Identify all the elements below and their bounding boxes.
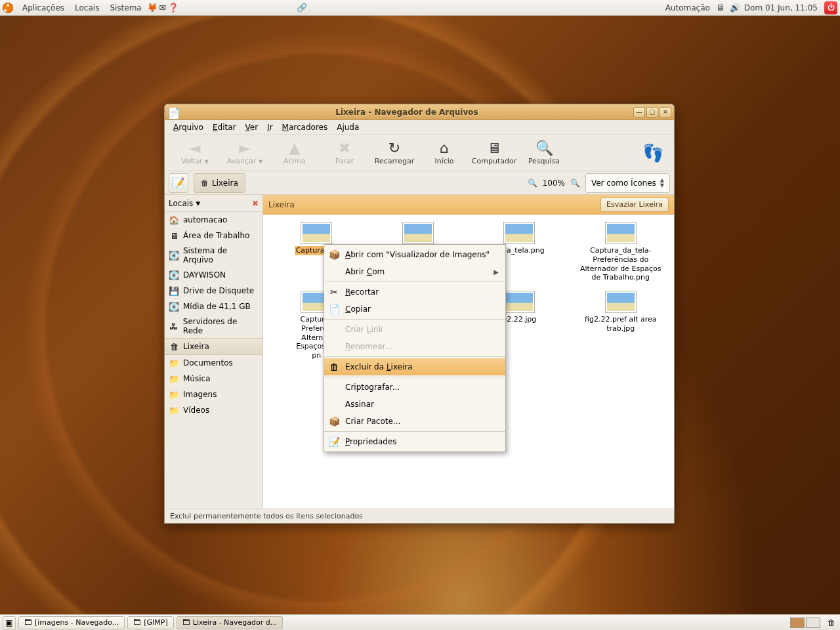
image-thumb-icon [403, 222, 433, 243]
ctx-abrir-com-visualizador-de-imagens[interactable]: 📦Abrir com "Visualizador de Imagens" [324, 246, 505, 263]
spinner-icon: ▲▼ [660, 178, 664, 188]
início-icon: ⌂ [440, 140, 449, 156]
automation-applet[interactable]: Automação [660, 3, 715, 12]
ctx-item-label: Criptografar... [345, 383, 400, 392]
tool-computador[interactable]: 🖥Computador [469, 140, 519, 165]
view-mode-select[interactable]: Ver como Ícones ▲▼ [585, 173, 670, 193]
menu-arquivo[interactable]: Arquivo [169, 123, 208, 132]
sidebar-item-label: Vídeos [183, 406, 209, 415]
trash-applet-icon[interactable]: 🗑 [826, 617, 837, 629]
image-thumb-icon [504, 291, 534, 312]
empty-trash-button[interactable]: Esvaziar Lixeira [600, 198, 669, 212]
gnome-foot-icon[interactable]: 👣 [642, 143, 669, 163]
tool-início[interactable]: ⌂Início [419, 140, 469, 165]
sidebar-item-lixeira[interactable]: 🗑Lixeira [165, 338, 262, 355]
ctx-assinar[interactable]: Assinar [324, 396, 505, 413]
zoom-in-icon[interactable]: 🔍 [570, 178, 580, 188]
sidebar-item-label: Sistema de Arquivo [183, 246, 259, 264]
maximize-button[interactable]: ▢ [646, 107, 658, 117]
taskbar-item[interactable]: 🗔[imagens - Navegado... [18, 616, 125, 629]
sidebar-item-m-sica[interactable]: 📁Música [165, 371, 262, 387]
sidebar-title: Locais [169, 199, 193, 208]
menu-marcadores[interactable]: Marcadores [278, 123, 333, 132]
place-icon: 💽 [169, 301, 179, 312]
sidebar-item-automacao[interactable]: 🏠automacao [165, 212, 262, 228]
ctx-item-label: Propriedades [345, 437, 397, 446]
sidebar-item--rea-de-trabalho[interactable]: 🖥Área de Trabalho [165, 228, 262, 243]
ctx-item-icon: 📝 [328, 436, 340, 447]
tool-pesquisa[interactable]: 🔍Pesquisa [519, 140, 569, 165]
ctx-excluir-da-lixeira[interactable]: 🗑Excluir da Lixeira [324, 358, 505, 375]
help-icon[interactable]: ❓ [168, 3, 178, 13]
menu-editar[interactable]: Editar [208, 123, 241, 132]
link-icon[interactable]: 🔗 [297, 3, 307, 13]
location-chip[interactable]: 🗑 Lixeira [194, 173, 245, 193]
titlebar[interactable]: 📄 Lixeira - Navegador de Arquivos — ▢ ✕ [165, 104, 674, 120]
sidebar-item-servidores-de-rede[interactable]: 🖧Servidores de Rede [165, 314, 262, 338]
display-icon[interactable]: 🖥 [715, 3, 726, 13]
sidebar-item-documentos[interactable]: 📁Documentos [165, 355, 262, 371]
sidebar-item-sistema-de-arquivo[interactable]: 💽Sistema de Arquivo [165, 243, 262, 267]
zoom-level: 100% [543, 178, 565, 188]
menu-ir[interactable]: Ir [262, 123, 277, 132]
tool-recarregar[interactable]: ↻Recarregar [369, 140, 419, 165]
tool-label: Parar [335, 157, 354, 165]
workspace-1[interactable] [790, 618, 805, 628]
zoom-out-icon[interactable]: 🔍 [528, 178, 537, 188]
show-desktop-button[interactable]: ▣ [3, 616, 16, 629]
close-button[interactable]: ✕ [660, 107, 671, 117]
ctx-criar-link: Criar Link [324, 321, 505, 338]
volume-icon[interactable]: 🔊 [730, 3, 740, 13]
tool-label: Início [434, 157, 453, 165]
ctx-criptografar[interactable]: Criptografar... [324, 379, 505, 396]
ctx-item-label: Abrir Com [345, 267, 385, 276]
ctx-criar-pacote[interactable]: 📦Criar Pacote... [324, 413, 505, 430]
taskbar-item-label: [GIMP] [144, 618, 167, 627]
view-mode-label: Ver como Ícones [591, 178, 656, 188]
ctx-recortar[interactable]: ✂Recortar [324, 284, 505, 301]
taskbar-item[interactable]: 🗔Lixeira - Navegador d... [177, 616, 284, 629]
menu-ajuda[interactable]: Ajuda [332, 123, 364, 132]
sidebar-item-label: Documentos [183, 358, 233, 368]
taskbar-item-label: Lixeira - Navegador d... [193, 618, 278, 627]
ctx-item-label: Criar Link [345, 325, 383, 334]
clock[interactable]: Dom 01 Jun, 11:05 [744, 3, 818, 12]
menu-ver[interactable]: Ver [241, 123, 263, 132]
sidebar-item-m-dia-de-41-1-gb[interactable]: 💽Mídia de 41,1 GB [165, 299, 262, 314]
mail-icon[interactable]: ✉ [158, 3, 168, 13]
place-icon: 💽 [169, 250, 179, 261]
ubuntu-logo-icon[interactable] [3, 3, 13, 13]
shutdown-button[interactable]: ⏻ [824, 1, 837, 14]
workspace-2[interactable] [806, 618, 820, 628]
firefox-icon[interactable]: 🦊 [147, 3, 158, 13]
file-item[interactable]: Captura_da_tela-Preferências do Alternad… [570, 220, 672, 285]
sidebar-item-label: Lixeira [183, 342, 209, 351]
taskbar-item[interactable]: 🗔[GIMP] [127, 616, 173, 629]
panel-menu-locais[interactable]: Locais [70, 3, 104, 12]
ctx-propriedades[interactable]: 📝Propriedades [324, 433, 505, 450]
minimize-button[interactable]: — [633, 107, 645, 117]
image-thumb-icon [606, 291, 636, 312]
ctx-copiar[interactable]: 📄Copiar [324, 301, 505, 318]
ctx-abrir-com[interactable]: Abrir Com▶ [324, 263, 505, 280]
edit-location-button[interactable]: 📝 [169, 173, 188, 193]
places-sidebar: Locais ▼ ✖ 🏠automacao🖥Área de Trabalho💽S… [165, 195, 263, 509]
menu-separator [324, 319, 505, 320]
tool-parar: ✖Parar [320, 140, 369, 165]
ctx-item-icon: 📦 [328, 416, 340, 427]
ctx-item-icon: 📄 [328, 304, 340, 314]
panel-menu-sistema[interactable]: Sistema [104, 3, 146, 12]
sidebar-item-drive-de-disquete[interactable]: 💾Drive de Disquete [165, 283, 262, 299]
sidebar-item-imagens[interactable]: 📁Imagens [165, 387, 262, 402]
sidebar-item-v-deos[interactable]: 📁Vídeos [165, 402, 262, 418]
taskbar-item-icon: 🗔 [24, 618, 32, 627]
file-item[interactable]: fig2.22.pref alt area trab.jpg [570, 289, 672, 363]
workspace-switcher[interactable] [790, 618, 820, 628]
computador-icon: 🖥 [487, 140, 501, 156]
sidebar-item-label: Drive de Disquete [183, 286, 254, 295]
place-icon: 🖥 [169, 230, 179, 241]
sidebar-item-daywison[interactable]: 💽DAYWISON [165, 267, 262, 283]
chevron-down-icon[interactable]: ▼ [196, 200, 200, 207]
panel-menu-aplicações[interactable]: Aplicações [17, 3, 70, 12]
sidebar-close-icon[interactable]: ✖ [252, 199, 259, 208]
